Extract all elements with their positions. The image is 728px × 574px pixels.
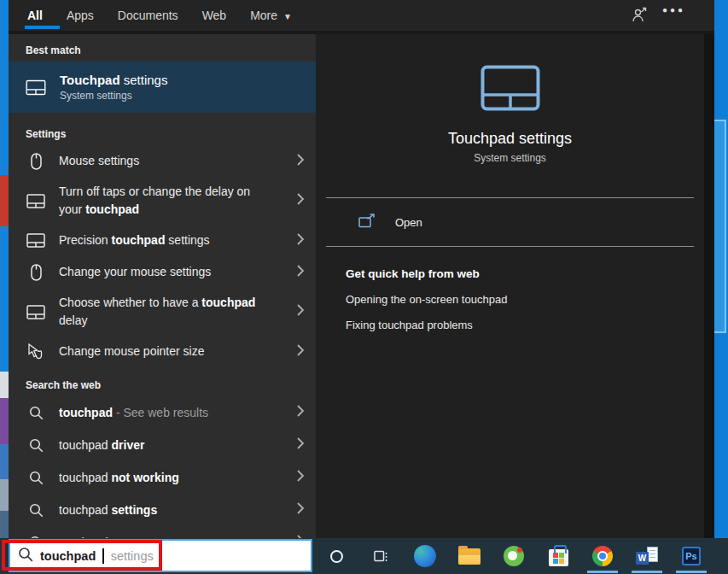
help-link-onscreen-touchpad[interactable]: Opening the on-screen touchpad [346, 293, 704, 306]
chevron-right-icon[interactable] [297, 437, 304, 453]
panel-edge-gap [704, 34, 714, 538]
result-label: Mouse settings [59, 152, 139, 170]
cortana-icon[interactable] [314, 538, 358, 574]
result-label: Change your mouse settings [59, 263, 211, 281]
task-view-icon[interactable] [358, 538, 403, 574]
settings-section-header: Settings [9, 123, 316, 145]
search-window-topbar: All Apps Documents Web More▼ ●●● [9, 0, 714, 31]
chevron-right-icon[interactable] [297, 470, 304, 485]
chevron-right-icon[interactable] [297, 193, 304, 208]
result-label: Precision touchpad settings [59, 231, 210, 249]
search-icon [26, 503, 46, 518]
search-filter-tabs: All Apps Documents Web More▼ [9, 0, 714, 31]
open-in-new-icon [358, 214, 376, 231]
preview-block: Touchpad settings System settings [316, 65, 704, 164]
chevron-right-icon[interactable] [297, 233, 304, 249]
result-label: Change mouse pointer size [59, 343, 204, 360]
tab-documents[interactable]: Documents [118, 9, 178, 22]
touchpad-icon [26, 305, 46, 319]
pointer-icon [26, 343, 46, 360]
tab-more[interactable]: More▼ [250, 9, 292, 22]
result-label: Choose whether to have a touchpad delay [59, 294, 274, 330]
preview-subtitle: System settings [316, 152, 704, 164]
chrome-icon[interactable] [580, 538, 625, 574]
tab-web[interactable]: Web [202, 9, 227, 22]
account-icon[interactable] [632, 7, 648, 26]
chevron-right-icon[interactable] [297, 405, 304, 420]
help-link-fixing-problems[interactable]: Fixing touchpad problems [346, 319, 704, 331]
word-icon[interactable]: W [625, 538, 669, 574]
search-the-web-header: Search the web [9, 374, 316, 396]
search-results-panel: Best match Touchpad settings System sett… [9, 34, 316, 538]
result-touchpad-delay[interactable]: Choose whether to have a touchpad delay [9, 288, 316, 336]
result-label: touchpad driver [59, 436, 144, 454]
result-label: touchpad not working [59, 469, 179, 487]
partial-app-icon[interactable] [713, 538, 728, 574]
open-label: Open [395, 216, 422, 229]
tab-apps[interactable]: Apps [67, 9, 94, 22]
taskbar-icons: W Ps [314, 538, 728, 574]
web-result-see-web-results[interactable]: touchpad - See web results [9, 396, 316, 429]
result-turn-off-taps[interactable]: Turn off taps or change the delay on you… [9, 177, 316, 225]
result-label: touchpad settings [59, 501, 157, 519]
touchpad-icon-large [480, 65, 540, 111]
touchpad-icon [26, 233, 46, 248]
active-tab-underline [25, 26, 60, 29]
web-result-touchpad-settings[interactable]: touchpad settings [9, 494, 316, 526]
web-result-touchpad-not-working[interactable]: touchpad not working [9, 461, 316, 494]
result-pointer-size[interactable]: Change mouse pointer size [9, 336, 316, 367]
search-icon [26, 471, 46, 485]
chevron-right-icon[interactable] [297, 154, 304, 169]
mouse-icon [26, 264, 46, 281]
best-match-text: Touchpad settings System settings [60, 73, 167, 102]
result-change-mouse-settings[interactable]: Change your mouse settings [9, 256, 316, 288]
chevron-right-icon[interactable] [297, 265, 304, 280]
best-match-title: Touchpad settings [60, 73, 167, 87]
microsoft-store-icon[interactable] [536, 538, 580, 574]
chevron-right-icon[interactable] [297, 344, 304, 360]
result-mouse-settings[interactable]: Mouse settings [9, 145, 316, 177]
touchpad-icon [26, 78, 46, 97]
chevron-right-icon[interactable] [297, 304, 304, 319]
search-icon [26, 438, 46, 453]
best-match-subtitle: System settings [60, 90, 167, 102]
best-match-result-touchpad-settings[interactable]: Touchpad settings System settings [9, 62, 316, 113]
edge-icon[interactable] [403, 538, 447, 574]
ellipsis-icon[interactable]: ●●● [662, 5, 685, 15]
best-match-header: Best match [9, 39, 316, 62]
photoshop-icon[interactable]: Ps [669, 538, 713, 574]
quick-help-header: Get quick help from web [346, 267, 704, 280]
chevron-right-icon[interactable] [297, 502, 304, 518]
result-label: Turn off taps or change the delay on you… [59, 183, 274, 219]
touchpad-icon [26, 194, 46, 208]
mouse-icon [26, 153, 46, 170]
tab-all[interactable]: All [27, 9, 43, 22]
result-precision-touchpad[interactable]: Precision touchpad settings [9, 225, 316, 256]
web-result-partial[interactable]: touchpad test [9, 526, 316, 538]
preview-title: Touchpad settings [316, 130, 704, 148]
chevron-down-icon: ▼ [283, 12, 292, 21]
desktop-background-left [0, 0, 9, 538]
web-result-touchpad-driver[interactable]: touchpad driver [9, 429, 316, 461]
search-icon [26, 406, 46, 420]
annotation-highlight [2, 540, 162, 571]
open-action[interactable]: Open [326, 198, 694, 247]
file-explorer-icon[interactable] [447, 538, 492, 574]
green-disc-app-icon[interactable] [492, 538, 536, 574]
result-preview-panel: Touchpad settings System settings Open G… [316, 34, 704, 538]
quick-help-section: Get quick help from web Opening the on-s… [316, 267, 704, 331]
result-label: touchpad - See web results [59, 404, 208, 422]
